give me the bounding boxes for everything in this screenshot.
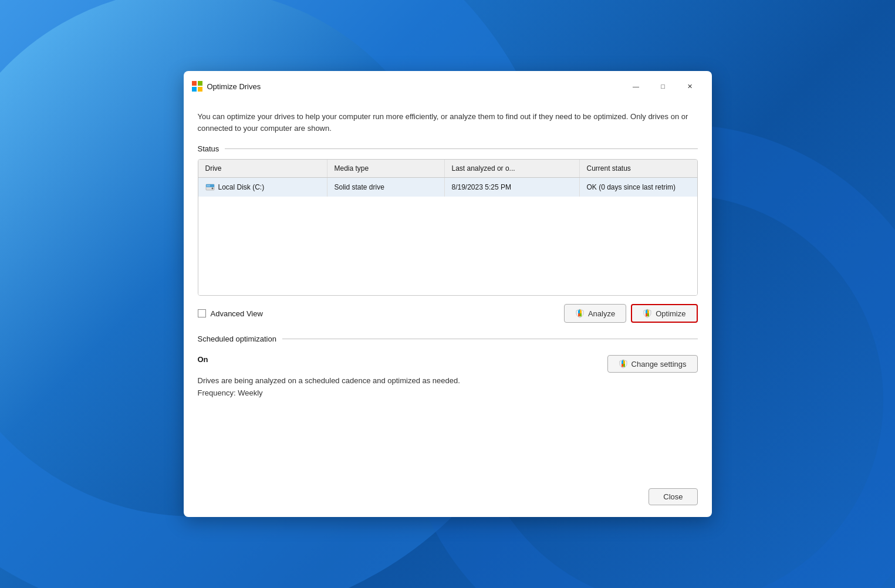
dialog-footer: Close xyxy=(184,482,712,517)
title-bar: Optimize Drives — □ ✕ xyxy=(184,71,712,102)
table-body: Local Disk (C:) Solid state drive 8/19/2… xyxy=(198,178,697,295)
status-section-header: Status xyxy=(198,144,698,153)
cell-media-type: Solid state drive xyxy=(327,178,445,197)
optimize-shield-icon xyxy=(643,309,652,318)
window-controls: — □ ✕ xyxy=(623,77,704,96)
scheduled-status-row: On Change settings xyxy=(198,355,698,373)
analyze-shield-icon xyxy=(575,309,585,318)
drive-table: Drive Media type Last analyzed or o... C… xyxy=(198,159,698,296)
optimize-drives-dialog: Optimize Drives — □ ✕ You can optimize y… xyxy=(184,71,712,517)
app-icon xyxy=(192,81,202,92)
toolbar: Advanced View Analyze xyxy=(198,304,698,323)
col-last-analyzed: Last analyzed or o... xyxy=(445,160,580,177)
scheduled-status-text: On xyxy=(198,355,208,364)
change-settings-label: Change settings xyxy=(631,360,687,369)
cell-last-analyzed: 8/19/2023 5:25 PM xyxy=(445,178,580,197)
cell-current-status: OK (0 days since last retrim) xyxy=(580,178,697,197)
close-button[interactable]: ✕ xyxy=(677,77,704,96)
optimize-button[interactable]: Optimize xyxy=(631,304,697,323)
scheduled-section: Scheduled optimization On Change s xyxy=(198,334,698,397)
advanced-view-checkbox[interactable] xyxy=(198,309,206,317)
scheduled-section-header: Scheduled optimization xyxy=(198,334,698,343)
svg-rect-1 xyxy=(198,81,202,86)
change-settings-button[interactable]: Change settings xyxy=(607,355,698,373)
cell-drive: Local Disk (C:) xyxy=(198,178,327,197)
close-dialog-button[interactable]: Close xyxy=(649,488,697,505)
col-drive: Drive xyxy=(198,160,327,177)
svg-rect-6 xyxy=(207,185,210,187)
col-current-status: Current status xyxy=(580,160,697,177)
maximize-button[interactable]: □ xyxy=(650,77,677,96)
scheduled-title: Scheduled optimization xyxy=(198,334,276,343)
advanced-view-label[interactable]: Advanced View xyxy=(198,309,263,318)
svg-rect-2 xyxy=(192,87,197,92)
minimize-button[interactable]: — xyxy=(623,77,650,96)
settings-shield-icon xyxy=(619,359,628,369)
scheduled-description: Drives are being analyzed on a scheduled… xyxy=(198,376,698,385)
analyze-button[interactable]: Analyze xyxy=(564,304,626,323)
table-header: Drive Media type Last analyzed or o... C… xyxy=(198,160,697,178)
scheduled-divider xyxy=(282,339,698,339)
svg-rect-0 xyxy=(192,81,197,86)
table-row[interactable]: Local Disk (C:) Solid state drive 8/19/2… xyxy=(198,178,697,197)
analyze-label: Analyze xyxy=(588,309,615,318)
scheduled-frequency: Frequency: Weekly xyxy=(198,388,698,397)
optimize-label: Optimize xyxy=(656,309,685,318)
col-media-type: Media type xyxy=(327,160,445,177)
advanced-view-text: Advanced View xyxy=(211,309,263,318)
svg-rect-3 xyxy=(198,87,202,92)
drive-icon xyxy=(205,183,215,192)
description-text: You can optimize your drives to help you… xyxy=(198,111,698,134)
status-divider xyxy=(225,148,697,149)
dialog-title: Optimize Drives xyxy=(207,82,618,91)
dialog-content: You can optimize your drives to help you… xyxy=(184,102,712,482)
svg-point-7 xyxy=(211,188,213,190)
action-buttons: Analyze Optimize xyxy=(564,304,698,323)
scheduled-content: On Change settings Drives are being anal… xyxy=(198,349,698,397)
status-title: Status xyxy=(198,144,219,153)
